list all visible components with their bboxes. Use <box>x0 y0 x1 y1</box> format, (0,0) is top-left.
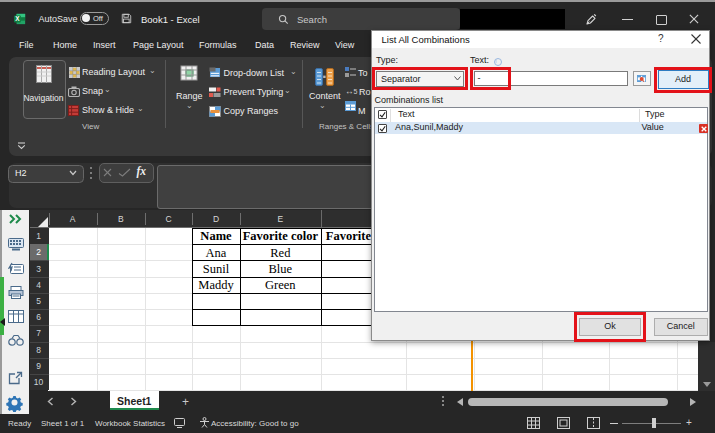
svg-text:X: X <box>15 15 20 22</box>
